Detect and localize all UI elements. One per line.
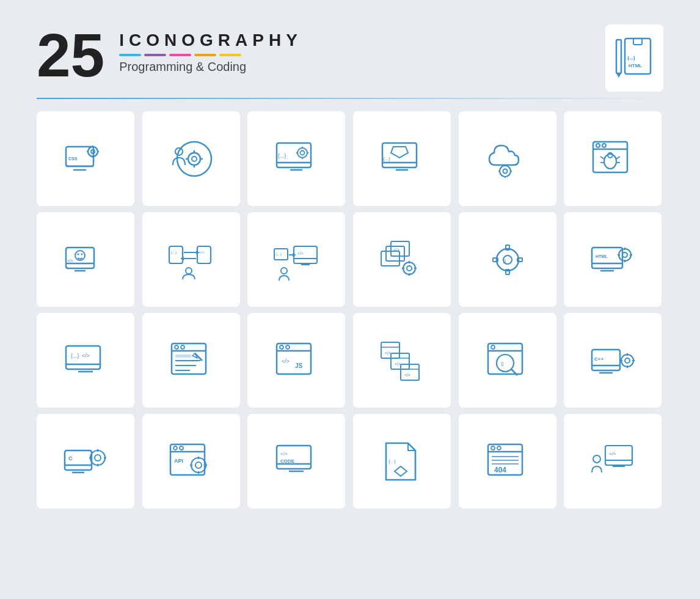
color-bar-yellow — [219, 54, 241, 56]
icon-cell-code-transfer: {...} </> — [142, 212, 240, 307]
c-laptop-icon: C — [61, 437, 110, 486]
svg-text:</>: </> — [82, 353, 90, 359]
svg-point-139 — [491, 345, 495, 349]
svg-text:HTML: HTML — [629, 63, 642, 68]
svg-text:</>: </> — [395, 362, 401, 366]
svg-text:{}: {} — [501, 361, 504, 366]
code-monitor-icon: </> CODE — [272, 437, 321, 486]
svg-point-115 — [181, 345, 184, 349]
browser-bug-icon — [588, 134, 637, 183]
svg-marker-38 — [391, 147, 408, 158]
svg-rect-116 — [175, 355, 191, 358]
svg-text:{...}: {...} — [627, 55, 635, 61]
header-icon-box: {...} HTML — [605, 24, 663, 92]
svg-line-120 — [195, 353, 202, 361]
html-monitor-icon: HTML — [588, 235, 637, 284]
svg-text:{...}: {...} — [383, 156, 390, 161]
monitor-gear-icon: {...} — [272, 134, 321, 183]
svg-text:{}: {} — [503, 258, 506, 263]
svg-text:{...}: {...} — [388, 458, 396, 464]
icon-cell-html-monitor: HTML — [564, 212, 662, 307]
icon-cell-js-browser: </> JS — [247, 313, 345, 408]
cpp-gear-icon: C++ — [588, 336, 637, 385]
svg-point-101 — [619, 249, 631, 261]
svg-point-29 — [301, 150, 305, 155]
diamond-code-icon: {...} — [377, 437, 426, 486]
color-bar-purple — [144, 54, 166, 56]
developer-monitor-icon: </> — [588, 437, 637, 486]
svg-point-124 — [280, 345, 283, 349]
svg-text:C++: C++ — [594, 356, 603, 362]
svg-text:404: 404 — [494, 466, 506, 474]
cloud-gear-icon — [483, 134, 532, 183]
developer-settings-icon — [167, 134, 216, 183]
icon-cell-monitor-code: {...} </> — [37, 313, 134, 408]
color-bar-blue — [119, 54, 141, 56]
browser-search-icon: {} — [483, 336, 532, 385]
svg-point-157 — [90, 450, 105, 465]
header-text: ICONOGRAPHY Programming & Coding — [119, 31, 302, 74]
monitor-user-icon: </> — [61, 235, 110, 284]
svg-point-48 — [602, 144, 606, 147]
icon-cell-monitor-user: </> — [37, 212, 134, 307]
svg-rect-64 — [197, 246, 211, 263]
svg-point-49 — [604, 154, 616, 169]
svg-rect-3 — [633, 39, 642, 45]
svg-point-183 — [491, 446, 495, 450]
svg-point-47 — [596, 144, 600, 147]
svg-marker-180 — [395, 466, 407, 476]
icon-cell-c-laptop: C — [37, 414, 134, 509]
svg-text:</>: </> — [199, 251, 205, 254]
svg-rect-174 — [277, 446, 311, 469]
pack-number: 25 — [37, 24, 104, 86]
svg-rect-0 — [616, 40, 621, 73]
subtitle: Programming & Coding — [119, 60, 302, 74]
divider — [37, 98, 663, 99]
svg-text:API: API — [174, 458, 183, 464]
svg-line-51 — [600, 156, 604, 159]
icon-cell-browser-search: {} — [459, 313, 556, 408]
code-windows-icon: </> </> </> — [377, 336, 426, 385]
svg-point-114 — [175, 345, 178, 349]
header: 25 ICONOGRAPHY Programming & Coding {...… — [37, 24, 663, 86]
svg-point-148 — [625, 358, 630, 363]
gear-code-icon: </> — [377, 235, 426, 284]
svg-point-169 — [195, 462, 202, 468]
svg-point-59 — [78, 253, 79, 255]
svg-point-18 — [192, 156, 197, 161]
svg-point-60 — [81, 253, 83, 255]
svg-point-166 — [180, 446, 183, 450]
svg-text:CSS: CSS — [68, 156, 78, 161]
iconography-label: ICONOGRAPHY — [119, 31, 302, 50]
svg-line-52 — [616, 156, 620, 159]
svg-point-39 — [500, 166, 511, 177]
svg-rect-62 — [169, 246, 183, 263]
icon-cell-gear-center: {} — [459, 212, 556, 307]
svg-point-84 — [403, 262, 415, 274]
svg-point-165 — [173, 446, 177, 450]
404-browser-icon: 404 — [483, 437, 532, 486]
svg-point-158 — [95, 455, 101, 461]
code-transfer-icon: {...} </> — [167, 235, 216, 284]
svg-text:{...}: {...} — [278, 153, 286, 159]
browser-design-icon — [167, 336, 216, 385]
svg-text:</>: </> — [297, 251, 304, 255]
svg-rect-137 — [488, 344, 522, 374]
icon-cell-css-settings: CSS — [37, 111, 134, 206]
svg-point-90 — [497, 249, 519, 271]
svg-point-184 — [497, 446, 501, 450]
color-bar-pink — [169, 54, 191, 56]
icon-cell-code-monitor: </> CODE — [247, 414, 345, 509]
svg-point-125 — [286, 345, 290, 349]
svg-point-85 — [407, 266, 412, 271]
svg-text:</>: </> — [385, 351, 391, 355]
monitor-diamond-icon: {...} — [377, 134, 426, 183]
svg-text:</>: </> — [609, 451, 616, 457]
icon-cell-code-windows: </> </> </> — [353, 313, 451, 408]
icon-cell-api-gear: API — [142, 414, 240, 509]
color-bars — [119, 54, 302, 56]
icon-cell-monitor-gear: {...} — [247, 111, 345, 206]
icon-cell-diamond-code: {...} — [353, 414, 451, 509]
svg-point-168 — [191, 458, 206, 472]
svg-text:{...}: {...} — [171, 251, 177, 254]
